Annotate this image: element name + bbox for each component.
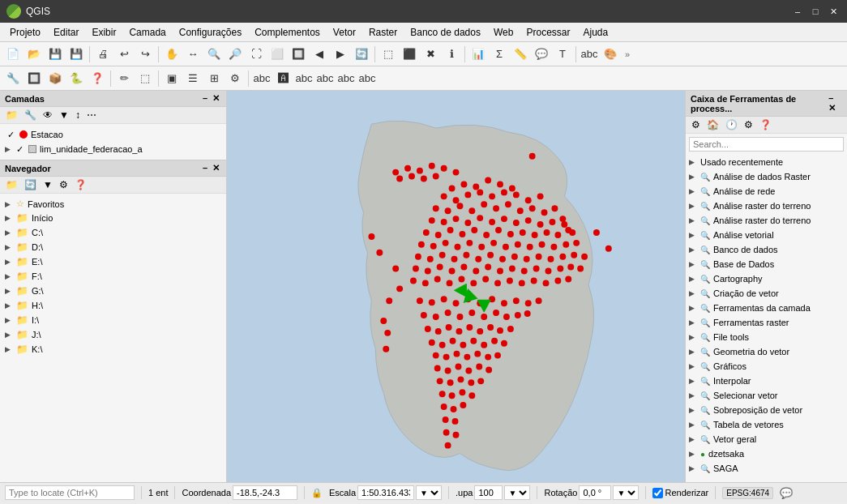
tool-item-selecionar[interactable]: ▶ 🔍 Selecionar vetor (686, 388, 847, 403)
tool-item-dzetsaka[interactable]: ▶ ● dzetsaka (686, 446, 847, 461)
tb2-python[interactable]: 🐍 (66, 69, 86, 88)
nav-help-button[interactable]: ❓ (72, 178, 89, 191)
identify-button[interactable]: ℹ (442, 45, 461, 64)
toolbox-home-icon[interactable]: 🏠 (704, 118, 721, 131)
toolbox-close[interactable]: ✕ (828, 103, 836, 113)
tb2-plugin2[interactable]: 🔲 (24, 69, 44, 88)
nav-expand-home[interactable]: ▶ (5, 214, 13, 222)
tool-item-usado[interactable]: ▶ Usado recentemente (686, 155, 847, 169)
menu-projeto[interactable]: Projeto (3, 25, 47, 40)
layers-add-group[interactable]: 📁 (3, 109, 20, 122)
nav-expand-c[interactable]: ▶ (5, 229, 13, 237)
maximize-button[interactable]: □ (808, 4, 823, 19)
nav-item-j[interactable]: ▶ 📁 J:\ (0, 327, 226, 342)
select-button[interactable]: ⬚ (379, 45, 398, 64)
open-table-button[interactable]: 📊 (468, 45, 488, 64)
map-canvas[interactable] (227, 91, 685, 482)
style-button[interactable]: 🎨 (601, 45, 620, 64)
menu-banco[interactable]: Banco de dados (404, 25, 487, 40)
nav-expand-j[interactable]: ▶ (5, 331, 13, 339)
tool-item-banco[interactable]: ▶ 🔍 Banco de dados (686, 242, 847, 257)
menu-ajuda[interactable]: Ajuda (576, 25, 614, 40)
tool-item-tabela[interactable]: ▶ 🔍 Tabela de vetores (686, 417, 847, 432)
pan-button[interactable]: ✋ (162, 45, 182, 64)
tool-item-criacao[interactable]: ▶ 🔍 Criação de vetor (686, 286, 847, 301)
tool-item-sobreposicao[interactable]: ▶ 🔍 Sobreposição de vetor (686, 403, 847, 417)
nav-filter-button[interactable]: ▼ (41, 178, 55, 191)
tool-item-base[interactable]: ▶ 🔍 Base de Dados (686, 257, 847, 271)
nav-expand-h[interactable]: ▶ (5, 301, 13, 310)
toolbox-search-input[interactable] (689, 137, 844, 152)
tb2-process2[interactable]: 🅰 (273, 69, 293, 88)
layer-checkbox-federacao[interactable]: ✓ (14, 143, 25, 155)
tool-item-geometria[interactable]: ▶ 🔍 Geometria do vetor (686, 344, 847, 359)
stats-button[interactable]: Σ (490, 45, 509, 64)
rotation-dropdown[interactable]: ▼ (613, 485, 639, 500)
text-annot-button[interactable]: T (553, 45, 572, 64)
tool-item-rede[interactable]: ▶ 🔍 Análise de rede (686, 184, 847, 199)
tool-item-ferrraster[interactable]: ▶ 🔍 Ferramentas raster (686, 315, 847, 330)
tb2-process4[interactable]: abc (315, 69, 335, 88)
zoom-in-button[interactable]: 🔍 (204, 45, 224, 64)
tb2-digitize[interactable]: ✏ (114, 69, 134, 88)
toolbox-config-icon[interactable]: ⚙ (742, 118, 755, 131)
zoom-next-button[interactable]: ▶ (331, 45, 350, 64)
nav-item-h[interactable]: ▶ 📁 H:\ (0, 298, 226, 313)
nav-item-home[interactable]: ▶ 📁 Início (0, 211, 226, 225)
opacity-input[interactable] (474, 485, 503, 500)
menu-complementos[interactable]: Complementos (248, 25, 327, 40)
menu-editar[interactable]: Editar (47, 25, 85, 40)
nav-add-button[interactable]: 📁 (3, 178, 20, 191)
layer-item-estacao[interactable]: ✓ Estacao (0, 127, 226, 142)
nav-item-g[interactable]: ▶ 📁 G:\ (0, 284, 226, 298)
tool-item-vetorial[interactable]: ▶ 🔍 Análise vetorial (686, 228, 847, 242)
layers-more[interactable]: ⋯ (84, 109, 99, 122)
tb2-action1[interactable]: ▣ (162, 69, 182, 88)
tb2-plugin3[interactable]: 📦 (45, 69, 65, 88)
nav-item-c[interactable]: ▶ 📁 C:\ (0, 225, 226, 240)
zoom-prev-button[interactable]: ◀ (310, 45, 329, 64)
tb2-action3[interactable]: ⊞ (204, 69, 224, 88)
tb2-help[interactable]: ❓ (88, 69, 107, 88)
new-project-button[interactable]: 📄 (3, 45, 23, 64)
layers-panel-close[interactable]: ✕ (211, 93, 221, 104)
deselect-button[interactable]: ✖ (421, 45, 440, 64)
menu-camada[interactable]: Camada (122, 25, 172, 40)
menu-exibir[interactable]: Exibir (85, 25, 122, 40)
tool-item-filetools[interactable]: ▶ 🔍 File tools (686, 330, 847, 344)
label-button[interactable]: abc (580, 45, 599, 64)
nav-expand-e[interactable]: ▶ (5, 258, 13, 266)
tb2-select2[interactable]: ⬚ (135, 69, 155, 88)
tool-item-terreno2[interactable]: ▶ 🔍 Análise raster do terreno (686, 213, 847, 228)
tb2-process6[interactable]: abc (357, 69, 377, 88)
menu-processar[interactable]: Processar (520, 25, 576, 40)
nav-expand-g[interactable]: ▶ (5, 287, 13, 295)
close-button[interactable]: ✕ (826, 4, 841, 19)
tool-item-graficos[interactable]: ▶ 🔍 Gráficos (686, 359, 847, 374)
select-rect-button[interactable]: ⬛ (400, 45, 419, 64)
pan-map-button[interactable]: ↔ (183, 45, 203, 64)
nav-item-f[interactable]: ▶ 📁 F:\ (0, 269, 226, 284)
tool-item-ferrcamada[interactable]: ▶ 🔍 Ferramentas da camada (686, 301, 847, 315)
layer-item-federacao[interactable]: ▶ ✓ lim_unidade_federacao_a (0, 142, 226, 156)
coord-input[interactable] (233, 485, 297, 500)
layer-checkbox-estacao[interactable]: ✓ (5, 129, 16, 140)
nav-item-favoritos[interactable]: ▶ ☆ Favoritos (0, 197, 226, 211)
print-button[interactable]: 🖨 (93, 45, 113, 64)
tb2-settings[interactable]: ⚙ (225, 69, 245, 88)
tb2-process3[interactable]: abc (294, 69, 314, 88)
tool-item-vetorgeral[interactable]: ▶ 🔍 Vetor geral (686, 432, 847, 446)
toolbox-minimize[interactable]: – (828, 93, 833, 103)
tb2-action2[interactable]: ☰ (183, 69, 203, 88)
layers-manage[interactable]: ↕ (73, 109, 83, 122)
scale-dropdown[interactable]: ▼ (416, 485, 442, 500)
opacity-dropdown[interactable]: ▼ (504, 485, 530, 500)
nav-item-e[interactable]: ▶ 📁 E:\ (0, 254, 226, 269)
messages-icon[interactable]: 💬 (780, 487, 793, 499)
tool-item-interpolar[interactable]: ▶ 🔍 Interpolar (686, 374, 847, 388)
refresh-button[interactable]: 🔄 (352, 45, 371, 64)
toolbox-settings-icon[interactable]: ⚙ (689, 118, 703, 131)
tb2-process5[interactable]: abc (336, 69, 356, 88)
open-project-button[interactable]: 📂 (24, 45, 44, 64)
rotation-input[interactable] (579, 485, 611, 500)
